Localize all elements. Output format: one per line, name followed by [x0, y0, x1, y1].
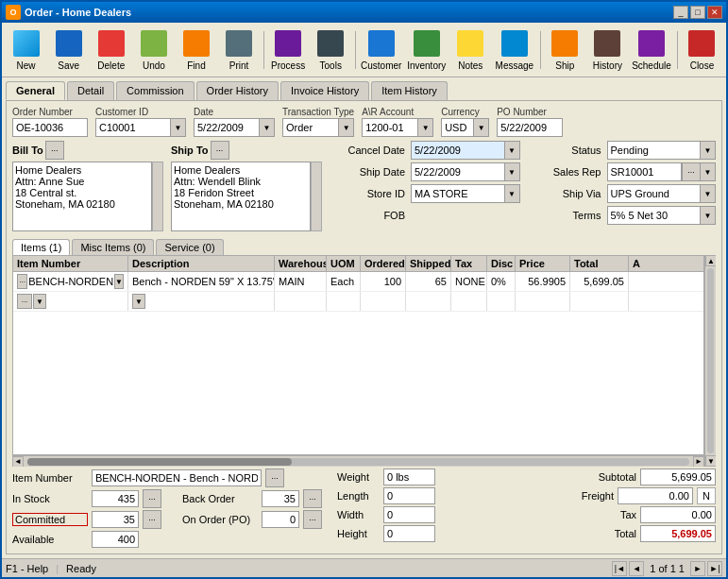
- weight-input[interactable]: [383, 468, 435, 485]
- customer-id-input[interactable]: [95, 118, 171, 137]
- tax-value[interactable]: [640, 506, 716, 523]
- nav-first-btn[interactable]: |◄: [612, 561, 627, 576]
- height-input[interactable]: [383, 525, 435, 542]
- scroll-left-btn[interactable]: ◄: [12, 456, 24, 468]
- notes-button[interactable]: Notes: [450, 26, 491, 75]
- nav-last-btn[interactable]: ►|: [707, 561, 722, 576]
- freight-value[interactable]: [618, 487, 693, 504]
- tab-commission[interactable]: Commission: [116, 81, 195, 100]
- date-input[interactable]: [194, 118, 260, 137]
- on-order-input[interactable]: [262, 511, 299, 528]
- in-stock-input[interactable]: [92, 490, 139, 507]
- transaction-type-dropdown[interactable]: ▼: [339, 118, 354, 137]
- freight-flag[interactable]: N: [697, 487, 716, 504]
- terms-dropdown[interactable]: ▼: [701, 206, 716, 225]
- subtotal-value[interactable]: [640, 468, 716, 485]
- tools-button[interactable]: Tools: [311, 26, 351, 75]
- scroll-right-btn[interactable]: ►: [693, 456, 704, 468]
- on-order-browse-btn[interactable]: ···: [303, 510, 322, 529]
- ar-account-input[interactable]: [362, 118, 418, 137]
- status-dropdown[interactable]: ▼: [701, 141, 716, 160]
- sales-rep-browse-btn[interactable]: ···: [682, 162, 701, 181]
- undo-button[interactable]: Undo: [133, 26, 174, 75]
- date-dropdown[interactable]: ▼: [260, 118, 275, 137]
- tab-order-history[interactable]: Order History: [196, 81, 279, 100]
- schedule-button[interactable]: Schedule: [630, 26, 673, 75]
- process-button[interactable]: Process: [268, 26, 309, 75]
- cancel-date-input[interactable]: [411, 141, 505, 160]
- item-dropdown[interactable]: ▼: [114, 274, 124, 289]
- inventory-label: Inventory: [407, 60, 446, 71]
- delete-button[interactable]: Delete: [91, 26, 131, 75]
- ship-to-scrollbar[interactable]: [311, 162, 322, 231]
- new-button[interactable]: New: [6, 26, 46, 75]
- history-button[interactable]: History: [587, 26, 628, 75]
- scroll-up-btn[interactable]: ▲: [705, 255, 716, 266]
- sub-tab-service[interactable]: Service (0): [156, 239, 223, 255]
- minimize-button[interactable]: _: [673, 6, 688, 19]
- available-input[interactable]: [92, 531, 139, 548]
- inventory-button[interactable]: Inventory: [405, 26, 449, 75]
- item-browse-btn[interactable]: ···: [17, 274, 27, 289]
- bill-to-textarea[interactable]: Home Dealers Attn: Anne Sue 18 Central s…: [12, 162, 152, 231]
- committed-browse-btn[interactable]: ···: [143, 510, 161, 529]
- store-id-dropdown[interactable]: ▼: [505, 184, 520, 203]
- sales-rep-input[interactable]: [607, 162, 683, 181]
- cancel-date-dropdown[interactable]: ▼: [505, 141, 520, 160]
- store-id-input[interactable]: [411, 184, 505, 203]
- length-input[interactable]: [383, 487, 435, 504]
- currency-input[interactable]: [441, 118, 474, 137]
- in-stock-browse-btn[interactable]: ···: [143, 489, 161, 508]
- ship-to-textarea[interactable]: Home Dealers Attn: Wendell Blink 18 Feri…: [171, 162, 311, 231]
- total-value[interactable]: [640, 525, 716, 542]
- status-input[interactable]: [607, 141, 702, 160]
- nav-prev-btn[interactable]: ◄: [629, 561, 644, 576]
- close-button[interactable]: Close: [682, 26, 722, 75]
- bill-to-button[interactable]: ···: [45, 141, 64, 160]
- ship-via-input[interactable]: [607, 184, 702, 203]
- message-button[interactable]: Message: [493, 26, 536, 75]
- save-icon: [56, 30, 82, 57]
- vertical-scrollbar[interactable]: ▲ ▼: [704, 255, 716, 467]
- customer-id-dropdown[interactable]: ▼: [171, 118, 186, 137]
- committed-input[interactable]: [92, 511, 139, 528]
- currency-dropdown[interactable]: ▼: [474, 118, 489, 137]
- tab-detail[interactable]: Detail: [67, 81, 114, 100]
- new-desc-dropdown[interactable]: ▼: [132, 294, 145, 309]
- ship-button[interactable]: Ship: [545, 26, 585, 75]
- sub-tab-items[interactable]: Items (1): [12, 239, 70, 255]
- tab-item-history[interactable]: Item History: [371, 81, 448, 100]
- ship-via-dropdown[interactable]: ▼: [701, 184, 716, 203]
- horizontal-scrollbar[interactable]: ◄ ►: [12, 455, 704, 467]
- print-button[interactable]: Print: [219, 26, 260, 75]
- nav-next-btn[interactable]: ►: [690, 561, 705, 576]
- ship-date-input[interactable]: [411, 162, 505, 181]
- order-number-input[interactable]: [12, 118, 88, 137]
- ship-date-dropdown[interactable]: ▼: [505, 162, 520, 181]
- new-item-browse-btn[interactable]: ···: [17, 294, 32, 309]
- new-item-dropdown[interactable]: ▼: [33, 294, 46, 309]
- back-order-browse-btn[interactable]: ···: [303, 489, 322, 508]
- item-number-browse-btn[interactable]: ···: [265, 468, 284, 487]
- hscroll-track[interactable]: [24, 456, 693, 468]
- close-window-button[interactable]: ✕: [707, 6, 722, 19]
- tab-general[interactable]: General: [6, 81, 65, 100]
- item-number-bottom-input[interactable]: [92, 469, 262, 486]
- scroll-down-btn[interactable]: ▼: [705, 455, 716, 467]
- sales-rep-dropdown[interactable]: ▼: [701, 162, 716, 181]
- po-number-input[interactable]: [497, 118, 563, 137]
- sub-tab-misc-items[interactable]: Misc Items (0): [72, 239, 154, 255]
- ar-account-dropdown[interactable]: ▼: [418, 118, 433, 137]
- find-button[interactable]: Find: [176, 26, 216, 75]
- back-order-input[interactable]: [262, 490, 299, 507]
- tab-invoice-history[interactable]: Invoice History: [280, 81, 369, 100]
- terms-input[interactable]: [607, 206, 702, 225]
- save-button[interactable]: Save: [48, 26, 89, 75]
- width-input[interactable]: [383, 506, 435, 523]
- transaction-type-input[interactable]: [282, 118, 339, 137]
- bill-to-scrollbar[interactable]: [152, 162, 163, 231]
- notes-label: Notes: [458, 60, 483, 71]
- ship-to-button[interactable]: ···: [211, 141, 229, 160]
- customer-button[interactable]: Customer: [360, 26, 403, 75]
- maximize-button[interactable]: □: [690, 6, 705, 19]
